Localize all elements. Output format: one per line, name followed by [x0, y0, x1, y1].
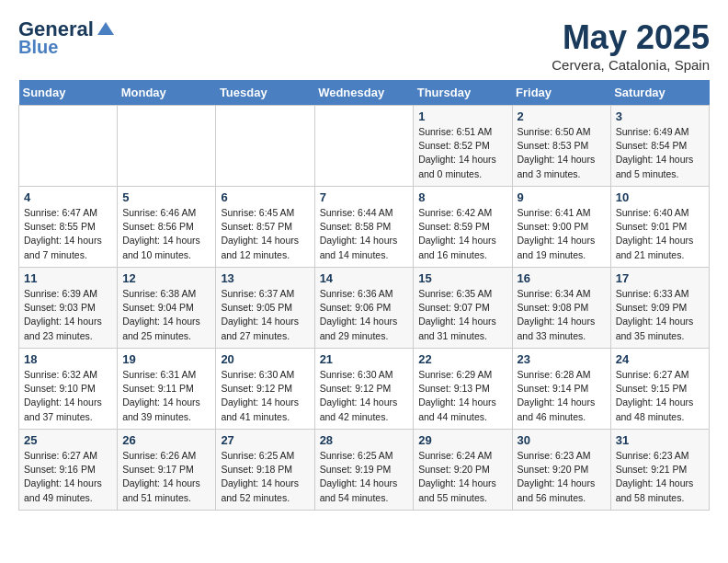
day-number: 20: [221, 352, 309, 366]
day-number: 13: [221, 271, 309, 285]
calendar-cell: 24Sunrise: 6:27 AM Sunset: 9:15 PM Dayli…: [610, 349, 709, 430]
location: Cervera, Catalonia, Spain: [552, 57, 710, 73]
calendar-cell: 5Sunrise: 6:46 AM Sunset: 8:56 PM Daylig…: [118, 187, 216, 268]
day-info: Sunrise: 6:26 AM Sunset: 9:17 PM Dayligh…: [122, 449, 210, 505]
day-info: Sunrise: 6:50 AM Sunset: 8:53 PM Dayligh…: [518, 125, 606, 181]
calendar-cell: [216, 106, 314, 187]
col-header-wednesday: Wednesday: [314, 80, 414, 106]
day-number: 16: [518, 271, 606, 285]
col-header-sunday: Sunday: [19, 80, 118, 106]
day-number: 28: [320, 433, 409, 447]
day-number: 1: [418, 109, 506, 123]
day-info: Sunrise: 6:46 AM Sunset: 8:56 PM Dayligh…: [122, 206, 210, 262]
calendar-cell: 26Sunrise: 6:26 AM Sunset: 9:17 PM Dayli…: [118, 430, 216, 511]
day-info: Sunrise: 6:35 AM Sunset: 9:07 PM Dayligh…: [418, 287, 506, 343]
calendar-cell: 8Sunrise: 6:42 AM Sunset: 8:59 PM Daylig…: [414, 187, 512, 268]
calendar-cell: 25Sunrise: 6:27 AM Sunset: 9:16 PM Dayli…: [19, 430, 118, 511]
day-number: 11: [24, 271, 112, 285]
day-number: 26: [122, 433, 210, 447]
calendar-cell: 4Sunrise: 6:47 AM Sunset: 8:55 PM Daylig…: [19, 187, 118, 268]
day-number: 2: [518, 109, 606, 123]
calendar-cell: 15Sunrise: 6:35 AM Sunset: 9:07 PM Dayli…: [414, 268, 512, 349]
day-info: Sunrise: 6:27 AM Sunset: 9:15 PM Dayligh…: [616, 368, 704, 424]
calendar-cell: 29Sunrise: 6:24 AM Sunset: 9:20 PM Dayli…: [414, 430, 512, 511]
day-number: 9: [518, 190, 606, 204]
calendar-cell: 16Sunrise: 6:34 AM Sunset: 9:08 PM Dayli…: [512, 268, 610, 349]
day-info: Sunrise: 6:31 AM Sunset: 9:11 PM Dayligh…: [122, 368, 210, 424]
day-number: 6: [221, 190, 309, 204]
calendar-cell: [19, 106, 118, 187]
col-header-friday: Friday: [512, 80, 610, 106]
day-number: 19: [122, 352, 210, 366]
day-info: Sunrise: 6:51 AM Sunset: 8:52 PM Dayligh…: [418, 125, 506, 181]
day-info: Sunrise: 6:23 AM Sunset: 9:21 PM Dayligh…: [616, 449, 704, 505]
day-info: Sunrise: 6:23 AM Sunset: 9:20 PM Dayligh…: [518, 449, 606, 505]
day-info: Sunrise: 6:47 AM Sunset: 8:55 PM Dayligh…: [24, 206, 112, 262]
day-number: 21: [320, 352, 409, 366]
day-info: Sunrise: 6:49 AM Sunset: 8:54 PM Dayligh…: [616, 125, 704, 181]
month-title: May 2025: [552, 18, 710, 57]
day-number: 27: [221, 433, 309, 447]
day-info: Sunrise: 6:24 AM Sunset: 9:20 PM Dayligh…: [418, 449, 506, 505]
col-header-thursday: Thursday: [414, 80, 512, 106]
day-info: Sunrise: 6:42 AM Sunset: 8:59 PM Dayligh…: [418, 206, 506, 262]
day-info: Sunrise: 6:45 AM Sunset: 8:57 PM Dayligh…: [221, 206, 309, 262]
calendar-cell: [118, 106, 216, 187]
day-info: Sunrise: 6:27 AM Sunset: 9:16 PM Dayligh…: [24, 449, 112, 505]
day-number: 18: [24, 352, 112, 366]
day-number: 4: [24, 190, 112, 204]
logo: General Blue: [18, 18, 116, 57]
calendar-cell: 6Sunrise: 6:45 AM Sunset: 8:57 PM Daylig…: [216, 187, 314, 268]
calendar-cell: 23Sunrise: 6:28 AM Sunset: 9:14 PM Dayli…: [512, 349, 610, 430]
day-info: Sunrise: 6:34 AM Sunset: 9:08 PM Dayligh…: [518, 287, 606, 343]
calendar-cell: 22Sunrise: 6:29 AM Sunset: 9:13 PM Dayli…: [414, 349, 512, 430]
calendar-cell: 14Sunrise: 6:36 AM Sunset: 9:06 PM Dayli…: [314, 268, 414, 349]
day-info: Sunrise: 6:33 AM Sunset: 9:09 PM Dayligh…: [616, 287, 704, 343]
day-number: 17: [616, 271, 704, 285]
day-number: 3: [616, 109, 704, 123]
calendar-cell: 21Sunrise: 6:30 AM Sunset: 9:12 PM Dayli…: [314, 349, 414, 430]
day-number: 23: [518, 352, 606, 366]
calendar-cell: 7Sunrise: 6:44 AM Sunset: 8:58 PM Daylig…: [314, 187, 414, 268]
calendar-cell: 1Sunrise: 6:51 AM Sunset: 8:52 PM Daylig…: [414, 106, 512, 187]
col-header-monday: Monday: [118, 80, 216, 106]
day-number: 22: [418, 352, 506, 366]
calendar-cell: 2Sunrise: 6:50 AM Sunset: 8:53 PM Daylig…: [512, 106, 610, 187]
svg-marker-0: [97, 22, 114, 35]
day-number: 30: [518, 433, 606, 447]
day-info: Sunrise: 6:29 AM Sunset: 9:13 PM Dayligh…: [418, 368, 506, 424]
day-info: Sunrise: 6:44 AM Sunset: 8:58 PM Dayligh…: [320, 206, 409, 262]
calendar-cell: 17Sunrise: 6:33 AM Sunset: 9:09 PM Dayli…: [610, 268, 709, 349]
day-number: 12: [122, 271, 210, 285]
day-info: Sunrise: 6:30 AM Sunset: 9:12 PM Dayligh…: [221, 368, 309, 424]
day-info: Sunrise: 6:36 AM Sunset: 9:06 PM Dayligh…: [320, 287, 409, 343]
calendar-table: SundayMondayTuesdayWednesdayThursdayFrid…: [18, 80, 710, 511]
day-info: Sunrise: 6:32 AM Sunset: 9:10 PM Dayligh…: [24, 368, 112, 424]
day-info: Sunrise: 6:38 AM Sunset: 9:04 PM Dayligh…: [122, 287, 210, 343]
calendar-cell: 10Sunrise: 6:40 AM Sunset: 9:01 PM Dayli…: [610, 187, 709, 268]
calendar-cell: 19Sunrise: 6:31 AM Sunset: 9:11 PM Dayli…: [118, 349, 216, 430]
calendar-cell: [314, 106, 414, 187]
col-header-tuesday: Tuesday: [216, 80, 314, 106]
calendar-cell: 20Sunrise: 6:30 AM Sunset: 9:12 PM Dayli…: [216, 349, 314, 430]
day-number: 5: [122, 190, 210, 204]
calendar-cell: 13Sunrise: 6:37 AM Sunset: 9:05 PM Dayli…: [216, 268, 314, 349]
day-number: 10: [616, 190, 704, 204]
day-info: Sunrise: 6:37 AM Sunset: 9:05 PM Dayligh…: [221, 287, 309, 343]
day-number: 25: [24, 433, 112, 447]
day-number: 31: [616, 433, 704, 447]
day-info: Sunrise: 6:39 AM Sunset: 9:03 PM Dayligh…: [24, 287, 112, 343]
day-info: Sunrise: 6:25 AM Sunset: 9:19 PM Dayligh…: [320, 449, 409, 505]
day-number: 24: [616, 352, 704, 366]
calendar-cell: 31Sunrise: 6:23 AM Sunset: 9:21 PM Dayli…: [610, 430, 709, 511]
calendar-cell: 18Sunrise: 6:32 AM Sunset: 9:10 PM Dayli…: [19, 349, 118, 430]
day-number: 8: [418, 190, 506, 204]
col-header-saturday: Saturday: [610, 80, 709, 106]
calendar-cell: 27Sunrise: 6:25 AM Sunset: 9:18 PM Dayli…: [216, 430, 314, 511]
day-info: Sunrise: 6:30 AM Sunset: 9:12 PM Dayligh…: [320, 368, 409, 424]
calendar-cell: 30Sunrise: 6:23 AM Sunset: 9:20 PM Dayli…: [512, 430, 610, 511]
calendar-cell: 12Sunrise: 6:38 AM Sunset: 9:04 PM Dayli…: [118, 268, 216, 349]
day-number: 29: [418, 433, 506, 447]
day-info: Sunrise: 6:25 AM Sunset: 9:18 PM Dayligh…: [221, 449, 309, 505]
day-info: Sunrise: 6:41 AM Sunset: 9:00 PM Dayligh…: [518, 206, 606, 262]
